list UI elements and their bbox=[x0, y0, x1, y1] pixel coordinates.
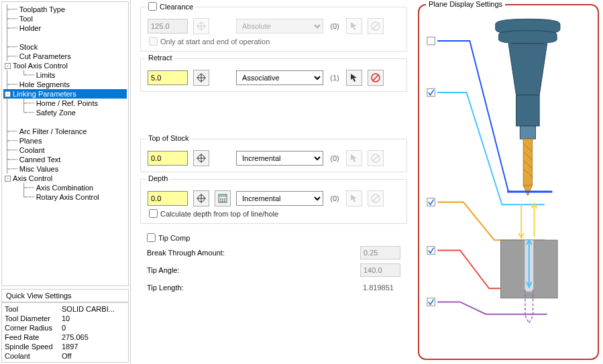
tip-angle-label: Tip Angle: bbox=[147, 266, 180, 274]
svg-line-9 bbox=[373, 75, 378, 80]
collapse-icon[interactable]: - bbox=[5, 91, 11, 97]
calc-depth-checkbox[interactable] bbox=[149, 209, 158, 218]
tree-item[interactable]: ├┄┄ Stock bbox=[3, 42, 127, 52]
top-count: (0) bbox=[329, 154, 341, 162]
target-icon bbox=[193, 18, 209, 34]
pds-tip-checkbox[interactable] bbox=[427, 298, 435, 306]
tree-item[interactable]: ├┄┄ Misc Values bbox=[3, 164, 127, 174]
tree-item[interactable]: ├┄┄ Arc Filter / Tolerance bbox=[3, 127, 127, 136]
break-through-label: Break Through Amount: bbox=[147, 249, 225, 257]
svg-rect-29 bbox=[427, 88, 435, 97]
pick-icon[interactable] bbox=[346, 70, 362, 86]
pds-title: Plane Display Settings bbox=[426, 0, 505, 8]
tree-item[interactable]: ├┄┄ Coolant bbox=[3, 145, 127, 155]
top-input[interactable] bbox=[148, 151, 188, 166]
clear-icon bbox=[368, 150, 384, 166]
clear-icon bbox=[368, 190, 384, 206]
depth-count: (0) bbox=[329, 194, 341, 202]
nav-tree[interactable]: ├┄┄ Toolpath Type ├┄┄ Tool ├┄┄ Holder │ … bbox=[1, 1, 129, 286]
break-through-value: 0.25 bbox=[360, 246, 400, 259]
retract-input[interactable] bbox=[148, 70, 188, 85]
target-icon[interactable] bbox=[193, 190, 209, 206]
only-start-end-label: Only at start and end of operation bbox=[160, 38, 270, 46]
svg-line-14 bbox=[373, 156, 378, 161]
tree-item[interactable]: ├┄┄ Cut Parameters bbox=[3, 52, 127, 61]
tool-holder-icon bbox=[496, 19, 560, 139]
tree-item[interactable]: ├┄┄ Hole Segments bbox=[3, 80, 127, 89]
tree-item[interactable]: │ └┄┄ Limits bbox=[3, 70, 127, 80]
target-icon[interactable] bbox=[193, 70, 209, 86]
clearance-input bbox=[148, 19, 188, 34]
quick-view-table: ToolSOLID CARBI... Tool Diameter10 Corne… bbox=[1, 302, 129, 363]
svg-line-4 bbox=[373, 23, 378, 29]
collapse-icon[interactable]: - bbox=[5, 176, 11, 182]
svg-point-20 bbox=[220, 198, 221, 200]
pick-icon bbox=[346, 150, 362, 166]
clearance-mode-select: Absolute bbox=[236, 19, 323, 34]
clear-icon[interactable] bbox=[368, 70, 384, 86]
top-label: Top of Stock bbox=[148, 134, 189, 142]
tipcomp-label: Tip Comp bbox=[158, 234, 190, 242]
svg-rect-19 bbox=[219, 195, 226, 197]
pds-top-checkbox[interactable] bbox=[427, 198, 435, 206]
svg-point-24 bbox=[222, 200, 223, 202]
tree-item[interactable]: -Axis Control bbox=[3, 174, 127, 183]
tipcomp-checkbox[interactable] bbox=[147, 233, 156, 242]
drill-bit-icon bbox=[523, 139, 532, 196]
pds-clearance-checkbox[interactable] bbox=[427, 37, 435, 45]
svg-line-27 bbox=[373, 196, 378, 201]
svg-rect-35 bbox=[523, 139, 532, 185]
tip-length-label: Tip Length: bbox=[147, 284, 184, 292]
tip-angle-value: 140.0 bbox=[360, 263, 400, 277]
svg-rect-32 bbox=[427, 298, 435, 306]
tip-length-value: 1.819851 bbox=[360, 281, 400, 294]
depth-input[interactable] bbox=[148, 191, 188, 206]
tree-item[interactable]: ├┄┄ Canned Text bbox=[3, 155, 127, 164]
svg-point-22 bbox=[224, 198, 225, 200]
pds-retract-checkbox[interactable] bbox=[427, 88, 435, 97]
svg-rect-30 bbox=[427, 198, 435, 206]
tree-item[interactable]: ├┄┄ Tool bbox=[3, 14, 127, 23]
depth-label: Depth bbox=[148, 174, 168, 182]
retract-label: Retract bbox=[148, 54, 172, 62]
svg-point-21 bbox=[222, 198, 223, 200]
pds-depth-checkbox[interactable] bbox=[427, 247, 435, 255]
tree-item[interactable]: ├┄┄ Toolpath Type bbox=[3, 5, 127, 14]
svg-point-25 bbox=[224, 200, 225, 202]
svg-rect-33 bbox=[516, 95, 540, 126]
svg-rect-31 bbox=[427, 247, 435, 255]
collapse-icon[interactable]: - bbox=[5, 63, 11, 69]
retract-mode-select[interactable]: Associative bbox=[236, 70, 323, 85]
tree-item[interactable]: │ └┄┄ Safety Zone bbox=[3, 108, 127, 117]
calc-depth-label: Calculate depth from top of line/hole bbox=[160, 210, 278, 218]
plane-display-settings-panel: Plane Display Settings bbox=[418, 4, 599, 360]
tree-item[interactable]: -Tool Axis Control bbox=[3, 61, 127, 70]
clear-icon bbox=[368, 18, 384, 34]
tree-item[interactable]: └┄┄ Rotary Axis Control bbox=[3, 192, 127, 202]
tree-spacer: │ bbox=[3, 33, 127, 42]
tree-item[interactable]: ├┄┄ Planes bbox=[3, 136, 127, 145]
only-start-end-checkbox bbox=[149, 37, 158, 46]
feed-arrow-icon bbox=[518, 203, 537, 238]
clearance-checkbox[interactable] bbox=[148, 2, 157, 11]
clearance-label: Clearance bbox=[160, 3, 193, 11]
tree-item[interactable]: │ ├┄┄ Home / Ref. Points bbox=[3, 99, 127, 108]
pick-icon bbox=[346, 18, 362, 34]
tree-item[interactable]: ├┄┄ Holder bbox=[3, 23, 127, 33]
clearance-count: (0) bbox=[329, 22, 341, 30]
top-mode-select[interactable]: Incremental bbox=[236, 151, 323, 166]
svg-rect-34 bbox=[520, 126, 535, 139]
quick-view-title: Quick View Settings bbox=[1, 289, 129, 302]
retract-count: (1) bbox=[329, 74, 341, 82]
depth-mode-select[interactable]: Incremental bbox=[236, 191, 323, 206]
tree-item[interactable]: ├┄┄ Axis Combination bbox=[3, 183, 127, 192]
pick-icon bbox=[346, 190, 362, 206]
calculator-icon[interactable] bbox=[215, 190, 231, 206]
svg-rect-28 bbox=[427, 37, 435, 45]
plane-diagram bbox=[425, 8, 592, 343]
svg-point-23 bbox=[220, 200, 221, 202]
target-icon[interactable] bbox=[193, 150, 209, 166]
tree-spacer: │ bbox=[3, 117, 127, 127]
tree-item-linking-parameters[interactable]: -Linking Parameters bbox=[3, 89, 127, 99]
